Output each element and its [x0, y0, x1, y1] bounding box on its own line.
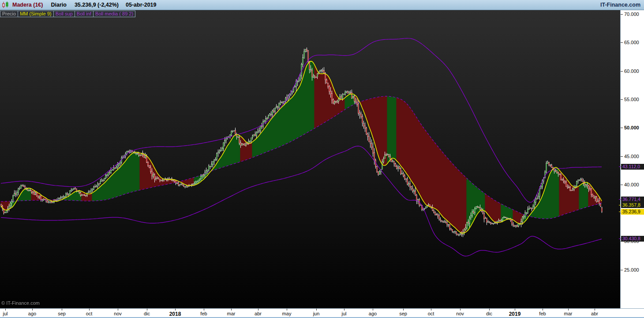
time-tick-mark: [568, 309, 569, 310]
time-tick-label: 2019: [509, 311, 521, 317]
time-tick-mark: [147, 309, 147, 310]
price-tick-label: 45.000: [624, 154, 639, 159]
time-tick-label: feb: [539, 311, 546, 316]
price-tick-mark: [621, 185, 623, 185]
price-label-tick: [619, 205, 621, 205]
price-tick-label: 70.000: [624, 11, 639, 17]
time-tick-mark: [515, 309, 515, 310]
price-tick-mark: [621, 99, 623, 100]
price-tick-mark: [621, 270, 623, 270]
time-tick-mark: [595, 309, 595, 310]
price-axis[interactable]: 70.00065.00060.00055.00050.00045.00040.0…: [620, 10, 644, 308]
time-tick-label: mar: [227, 311, 236, 316]
time-tick-label: ago: [369, 311, 377, 316]
time-tick-label: sep: [399, 311, 407, 316]
time-tick-mark: [5, 309, 6, 310]
price-tick-label: 65.000: [624, 40, 639, 45]
time-tick-mark: [460, 309, 461, 310]
price-tick-label: 60.000: [624, 68, 639, 74]
time-tick-mark: [62, 309, 62, 310]
time-tick-label: may: [282, 311, 292, 316]
price-tick-mark: [621, 14, 623, 15]
time-tick-label: 2018: [169, 311, 181, 317]
price-label-precio: 35.236,9: [621, 209, 644, 215]
price-tick-label: 40.000: [624, 182, 639, 187]
price-label-tick: [619, 199, 621, 200]
time-tick-label: feb: [200, 311, 207, 316]
time-tick-mark: [287, 309, 287, 310]
timeframe-label: Diario: [51, 2, 66, 8]
price-tick-mark: [621, 42, 623, 43]
last-price-header: 35.236,9 (-2,42%): [75, 2, 119, 8]
time-tick-label: nov: [456, 311, 464, 316]
time-tick-label: ago: [28, 311, 36, 316]
price-tick-mark: [621, 128, 623, 128]
chart-window: Madera (1€) Diario 35.236,9 (-2,42%) 05-…: [0, 0, 644, 318]
legend-item-boll-inf[interactable]: Boll inf: [75, 11, 94, 17]
time-tick-label: oct: [428, 311, 434, 316]
price-tick-mark: [621, 71, 623, 72]
time-axis[interactable]: julagosepoctnovdic2018febmarabrmayjunjul…: [0, 308, 644, 318]
time-tick-label: jul: [341, 311, 346, 316]
time-tick-mark: [431, 309, 431, 310]
time-tick-mark: [489, 309, 490, 310]
time-tick-label: jul: [3, 311, 7, 316]
time-tick-mark: [258, 309, 258, 310]
price-tick-label: 25.000: [624, 267, 639, 273]
price-label-tick: [619, 238, 621, 239]
price-label-mm-simple-9: 36.357,8: [621, 202, 644, 208]
time-tick-mark: [175, 309, 176, 310]
legend-item-mm-simple-9[interactable]: MM (Simple 9): [18, 11, 54, 17]
time-tick-mark: [118, 309, 118, 310]
indicator-legend: PrecioMM (Simple 9)Boll supBoll infBoll …: [0, 11, 135, 17]
instrument-name: Madera (1€): [12, 2, 43, 8]
time-tick-label: mar: [564, 311, 573, 316]
legend-item-boll-media[interactable]: Boll media ( 89 2): [93, 11, 135, 17]
price-label-boll-inf: 30.430,8: [621, 236, 644, 242]
time-tick-label: oct: [86, 311, 93, 316]
time-tick-mark: [403, 309, 404, 310]
time-tick-label: jun: [313, 311, 320, 316]
candlestick-canvas[interactable]: [0, 10, 620, 308]
brand-link[interactable]: IT-Finance.com: [600, 2, 640, 8]
time-tick-mark: [32, 309, 33, 310]
legend-item-precio[interactable]: Precio: [0, 11, 18, 17]
time-tick-mark: [543, 309, 543, 310]
time-tick-mark: [204, 309, 204, 310]
time-tick-mark: [316, 309, 317, 310]
title-bar: Madera (1€) Diario 35.236,9 (-2,42%) 05-…: [0, 0, 644, 10]
price-label-tick: [619, 212, 621, 212]
time-tick-mark: [373, 309, 373, 310]
price-label-tick: [619, 167, 621, 167]
price-tick-mark: [621, 156, 623, 157]
time-tick-mark: [89, 309, 90, 310]
time-tick-label: sep: [58, 311, 66, 316]
time-tick-label: abr: [255, 311, 262, 316]
time-tick-mark: [231, 309, 232, 310]
date-label: 05-abr-2019: [126, 2, 157, 8]
price-tick-label: 55.000: [624, 97, 639, 102]
candlestick-logo-icon: [2, 1, 10, 8]
watermark: © IT-Finance.com: [1, 300, 40, 306]
time-tick-mark: [344, 309, 344, 310]
price-label-boll-sup: 43.112,0: [621, 164, 644, 170]
price-tick-label: 50.000: [624, 125, 639, 130]
price-label-boll-media: 36.771,4: [621, 197, 644, 202]
time-tick-label: nov: [114, 311, 122, 316]
chart-plot-area[interactable]: PrecioMM (Simple 9)Boll supBoll infBoll …: [0, 10, 620, 308]
time-tick-label: dic: [486, 311, 492, 316]
time-tick-label: abr: [591, 311, 598, 316]
time-tick-label: dic: [144, 311, 150, 316]
legend-item-boll-sup[interactable]: Boll sup: [53, 11, 75, 17]
